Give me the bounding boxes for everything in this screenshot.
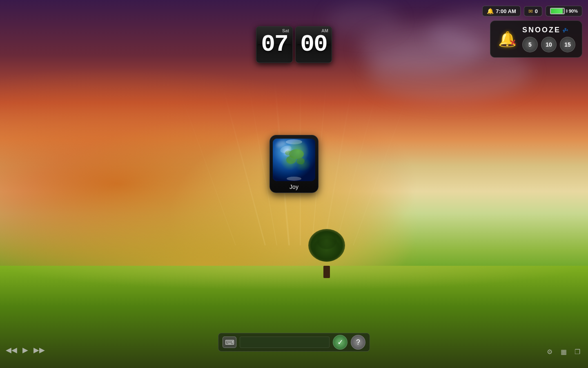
windows-icon: ❐ [575, 348, 580, 356]
media-play-button[interactable]: ▶ [20, 344, 31, 356]
app-icon-joy[interactable]: Joy [270, 135, 318, 193]
email-count-label: 0 [535, 8, 538, 14]
settings-button[interactable]: ⚙ [545, 347, 555, 357]
confirm-button[interactable]: ✓ [333, 335, 347, 350]
svg-rect-0 [273, 139, 315, 181]
settings-icon: ⚙ [547, 348, 552, 356]
svg-point-1 [289, 149, 304, 159]
snooze-zzz: 💤 [562, 27, 570, 33]
snooze-15-button[interactable]: 15 [560, 37, 575, 52]
clock: Sat 07 AM 00 [256, 26, 332, 63]
battery-body [550, 8, 565, 14]
svg-point-6 [287, 177, 301, 181]
icon-label: Joy [290, 184, 298, 190]
keyboard-button[interactable]: ⌨ [223, 337, 236, 348]
snooze-panel: 🔔 ✕ SNOOZE 💤 5 10 15 [490, 20, 582, 58]
media-next-button[interactable]: ▶▶ [33, 344, 45, 356]
prev-icon: ◀◀ [6, 346, 17, 355]
ground [0, 266, 588, 368]
clock-hour: Sat 07 [256, 26, 293, 63]
clock-hour-value: 07 [261, 33, 288, 56]
help-icon: ? [356, 338, 360, 347]
battery-tip [566, 9, 568, 13]
snooze-content: SNOOZE 💤 5 10 15 [522, 26, 575, 52]
text-input[interactable] [240, 337, 330, 348]
next-icon: ▶▶ [33, 346, 45, 355]
grid-icon: ▦ [561, 348, 567, 356]
battery-percent-label: 90% [569, 9, 578, 13]
clock-minute: AM 00 [295, 26, 332, 63]
snooze-5-button[interactable]: 5 [522, 37, 538, 52]
svg-point-2 [286, 156, 296, 164]
media-controls: ◀◀ ▶ ▶▶ [6, 344, 45, 356]
snooze-buttons: 5 10 15 [522, 37, 575, 52]
snooze-bell-area: 🔔 ✕ [497, 29, 517, 49]
battery-display: 90% [546, 6, 582, 16]
tree [306, 229, 347, 278]
windows-button[interactable]: ❐ [572, 347, 582, 357]
svg-point-4 [285, 150, 292, 155]
grid-button[interactable]: ▦ [559, 347, 568, 357]
play-icon: ▶ [22, 346, 28, 355]
keyboard-icon: ⌨ [225, 339, 234, 346]
help-button[interactable]: ? [351, 335, 365, 350]
bottom-right-controls: ⚙ ▦ ❐ [545, 347, 582, 357]
topbar: 🔔 7:00 AM ✉ 0 90% [482, 6, 582, 16]
battery-fill [551, 9, 563, 13]
snooze-10-button[interactable]: 10 [541, 37, 557, 52]
svg-point-5 [286, 139, 302, 144]
email-display: ✉ 0 [524, 6, 542, 16]
icon-container: Joy [270, 135, 318, 193]
alarm-time-label: 7:00 AM [496, 8, 516, 14]
bottom-bar: ⌨ ✓ ? [218, 333, 370, 352]
snooze-title: SNOOZE 💤 [522, 26, 575, 34]
svg-point-3 [296, 158, 305, 164]
bell-icon: 🔔 [487, 8, 494, 14]
email-icon: ✉ [528, 8, 533, 14]
input-panel: ⌨ ✓ ? [218, 333, 370, 352]
clock-minute-value: 00 [300, 33, 327, 56]
svg-point-7 [279, 144, 292, 155]
check-icon: ✓ [337, 338, 343, 347]
earth-icon [273, 139, 315, 181]
media-prev-button[interactable]: ◀◀ [6, 344, 17, 356]
alarm-time-display: 🔔 7:00 AM [482, 6, 520, 16]
